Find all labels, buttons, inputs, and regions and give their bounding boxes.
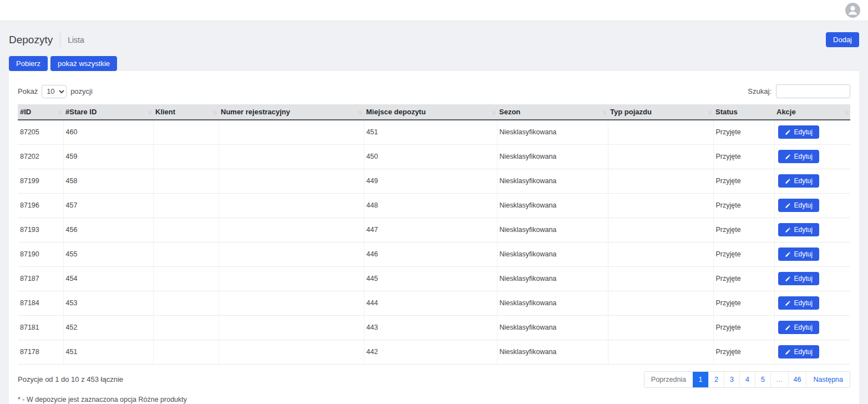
pencil-icon	[785, 129, 791, 135]
cell-stare-id: 451	[63, 340, 153, 364]
pagination-previous-button[interactable]: Poprzednia	[644, 372, 693, 387]
cell-status: Przyjęte	[713, 291, 774, 315]
cell-status: Przyjęte	[713, 120, 774, 144]
cell-miejsce-depozytu: 451	[364, 120, 497, 144]
cell-id: 87187	[18, 266, 63, 291]
column-label: #Stare ID	[65, 108, 97, 116]
cell-id: 87178	[18, 340, 63, 364]
cell-id: 87190	[18, 242, 63, 266]
table-row: 87202459450NiesklasyfikowanaPrzyjęteEdyt…	[18, 144, 850, 169]
page-length-select[interactable]: 10	[42, 85, 67, 98]
edit-button[interactable]: Edytuj	[778, 345, 819, 358]
column-header-sezon[interactable]: Sezon↑↓	[497, 104, 608, 120]
table-row: 87181452443NiesklasyfikowanaPrzyjęteEdyt…	[18, 315, 850, 340]
cell-akcje: Edytuj	[774, 218, 850, 242]
cell-miejsce-depozytu: 450	[364, 144, 497, 169]
edit-button[interactable]: Edytuj	[778, 150, 819, 163]
pagination-page-1[interactable]: 1	[693, 372, 708, 387]
edit-button-label: Edytuj	[794, 178, 813, 184]
edit-button[interactable]: Edytuj	[778, 199, 819, 212]
cell-klient	[153, 144, 219, 169]
column-header-stare-id[interactable]: #Stare ID↑↓	[63, 104, 153, 120]
column-label: Status	[715, 108, 738, 116]
column-header-typ-pojazdu[interactable]: Typ pojazdu↑↓	[608, 104, 713, 120]
cell-sezon: Niesklasyfikowana	[497, 120, 608, 144]
cell-miejsce-depozytu: 446	[364, 242, 497, 266]
show-all-button[interactable]: pokaż wszystkie	[50, 56, 117, 71]
column-label: Klient	[155, 108, 175, 116]
pagination-page-3[interactable]: 3	[724, 372, 739, 387]
add-button[interactable]: Dodaj	[826, 32, 859, 47]
cell-stare-id: 453	[63, 291, 153, 315]
cell-klient	[153, 218, 219, 242]
cell-akcje: Edytuj	[774, 242, 850, 266]
table-row: 87187454445NiesklasyfikowanaPrzyjęteEdyt…	[18, 266, 850, 291]
edit-button[interactable]: Edytuj	[778, 174, 819, 188]
column-header-numer-rejestracyjny[interactable]: Numer rejestracyjny↑↓	[219, 104, 364, 120]
cell-stare-id: 459	[63, 144, 153, 169]
pagination-page-5[interactable]: 5	[755, 372, 770, 387]
column-header-id[interactable]: #ID↑↓	[18, 104, 63, 120]
cell-numer-rejestracyjny	[219, 291, 364, 315]
edit-button-label: Edytuj	[794, 153, 813, 160]
cell-id: 87196	[18, 193, 63, 218]
cell-sezon: Niesklasyfikowana	[497, 193, 608, 218]
edit-button[interactable]: Edytuj	[778, 272, 819, 285]
page-header-band: Depozyty Lista Dodaj Pobierz pokaż wszys…	[0, 21, 868, 71]
column-header-klient[interactable]: Klient↑↓	[153, 104, 219, 120]
cell-numer-rejestracyjny	[219, 120, 364, 144]
cell-miejsce-depozytu: 445	[364, 266, 497, 291]
pagination-page-4[interactable]: 4	[739, 372, 755, 387]
cell-status: Przyjęte	[713, 242, 774, 266]
cell-numer-rejestracyjny	[219, 144, 364, 169]
cell-sezon: Niesklasyfikowana	[497, 169, 608, 193]
cell-typ-pojazdu	[608, 144, 713, 169]
cell-typ-pojazdu	[608, 315, 713, 340]
download-button[interactable]: Pobierz	[9, 56, 48, 71]
edit-button[interactable]: Edytuj	[778, 248, 819, 261]
search-label: Szukaj:	[748, 87, 771, 95]
column-label: Sezon	[499, 108, 520, 116]
table-footer: Pozycje od 1 do 10 z 453 łącznie Poprzed…	[18, 371, 850, 388]
deposits-card: Pokaż 10 pozycji Szukaj: #ID↑↓#Stare ID↑…	[9, 71, 859, 404]
table-row: 87184453444NiesklasyfikowanaPrzyjęteEdyt…	[18, 291, 850, 315]
sort-arrows-icon: ↑↓	[845, 109, 848, 115]
cell-typ-pojazdu	[608, 120, 713, 144]
breadcrumb: Lista	[68, 36, 84, 44]
edit-button-label: Edytuj	[794, 251, 813, 257]
entries-label: pozycji	[70, 87, 93, 95]
column-header-status: Status	[713, 104, 774, 120]
column-header-akcje[interactable]: Akcje↑↓	[774, 104, 850, 120]
pagination-next-button[interactable]: Następna	[806, 372, 850, 387]
cell-miejsce-depozytu: 444	[364, 291, 497, 315]
edit-button-label: Edytuj	[794, 226, 813, 233]
cell-sezon: Niesklasyfikowana	[497, 340, 608, 364]
page-length-label: Pokaż	[18, 87, 38, 95]
cell-status: Przyjęte	[713, 193, 774, 218]
edit-button[interactable]: Edytuj	[778, 125, 819, 139]
table-row: 87199458449NiesklasyfikowanaPrzyjęteEdyt…	[18, 169, 850, 193]
edit-button-label: Edytuj	[794, 349, 813, 355]
table-info: Pozycje od 1 do 10 z 453 łącznie	[18, 375, 123, 383]
user-avatar-icon[interactable]	[845, 3, 860, 18]
pencil-icon	[785, 154, 791, 160]
edit-button[interactable]: Edytuj	[778, 321, 819, 334]
cell-status: Przyjęte	[713, 144, 774, 169]
cell-stare-id: 455	[63, 242, 153, 266]
edit-button[interactable]: Edytuj	[778, 223, 819, 236]
cell-sezon: Niesklasyfikowana	[497, 144, 608, 169]
edit-button[interactable]: Edytuj	[778, 296, 819, 310]
pagination-page-46[interactable]: 46	[788, 372, 806, 387]
cell-status: Przyjęte	[713, 169, 774, 193]
search-input[interactable]	[776, 84, 850, 98]
cell-stare-id: 457	[63, 193, 153, 218]
cell-akcje: Edytuj	[774, 144, 850, 169]
sort-arrows-icon: ↑↓	[213, 109, 216, 115]
pagination-page-2[interactable]: 2	[708, 372, 724, 387]
edit-button-label: Edytuj	[794, 202, 813, 209]
pencil-icon	[785, 251, 791, 257]
topbar	[0, 0, 868, 21]
sort-arrows-icon: ↑↓	[602, 109, 606, 115]
column-header-miejsce-depozytu[interactable]: Miejsce depozytu↑↓	[364, 104, 497, 120]
cell-typ-pojazdu	[608, 218, 713, 242]
